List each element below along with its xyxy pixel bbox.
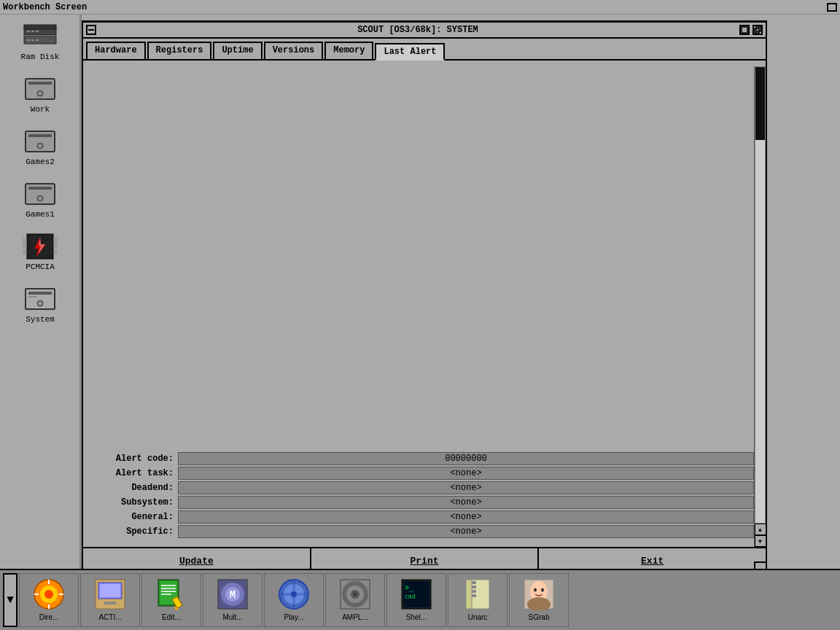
scroll-track[interactable] xyxy=(755,66,766,524)
tab-uptime[interactable]: Uptime xyxy=(213,42,262,59)
edit-icon xyxy=(154,577,189,612)
tabs-bar: Hardware Registers Uptime Versions Memor… xyxy=(83,39,766,61)
system-label: System xyxy=(26,315,55,324)
window-title: SCOUT [OS3/68k]: SYSTEM xyxy=(99,25,736,35)
taskbar-item-mult[interactable]: M Mult... xyxy=(203,573,262,627)
scroll-thumb xyxy=(755,67,765,140)
svg-point-16 xyxy=(39,145,42,147)
svg-point-92 xyxy=(534,588,537,592)
work-label: Work xyxy=(31,105,50,114)
field-row-general: General: <none> xyxy=(83,510,754,524)
games2-icon xyxy=(21,127,59,156)
taskbar-label-mult: Mult... xyxy=(222,613,242,621)
sidebar-icon-work[interactable]: Work xyxy=(21,74,59,114)
mult-icon: M xyxy=(215,577,250,612)
taskbar-item-play[interactable]: Play... xyxy=(264,573,324,627)
play-icon xyxy=(276,577,311,612)
tab-memory[interactable]: Memory xyxy=(324,42,373,59)
sidebar-icon-games2[interactable]: Games2 xyxy=(21,127,59,166)
svg-point-39 xyxy=(39,303,42,305)
taskbar-item-ampl[interactable]: AMPL... xyxy=(325,573,385,627)
scroll-down-button[interactable]: ▼ xyxy=(755,535,766,547)
field-value-deadend: <none> xyxy=(178,481,754,494)
svg-rect-73 xyxy=(281,593,307,596)
pcmcia-icon xyxy=(21,232,59,261)
sidebar-icon-ram-disk[interactable]: Ram Disk xyxy=(21,22,60,61)
svg-rect-14 xyxy=(28,134,52,137)
field-value-subsystem: <none> xyxy=(178,496,754,509)
sidebar-icon-games1[interactable]: Games1 xyxy=(21,179,59,219)
taskbar-label-sgrab: SGrab xyxy=(529,613,550,621)
field-label-alert-task: Alert task: xyxy=(83,468,178,478)
taskbar-item-dire[interactable]: Dire... xyxy=(19,573,79,627)
svg-rect-3 xyxy=(31,31,34,32)
svg-text:M: M xyxy=(230,589,236,601)
system-icon xyxy=(21,284,59,314)
taskbar-item-acti[interactable]: ACTI... xyxy=(80,573,140,627)
games1-label: Games1 xyxy=(26,210,55,219)
field-label-deadend: Deadend: xyxy=(83,483,178,493)
scrollbar[interactable]: ▲ ▼ xyxy=(754,66,766,547)
window-close-button[interactable] xyxy=(86,25,96,35)
taskbar-label-acti: ACTI... xyxy=(98,613,121,621)
taskbar-label-dire: Dire... xyxy=(39,613,59,621)
taskbar-item-shel[interactable]: >_ cmd Shel... xyxy=(386,573,446,627)
inner-content: ▲ ▼ Alert code: 00000000 Alert task: <no… xyxy=(83,66,766,547)
field-row-alert-task: Alert task: <none> xyxy=(83,467,754,480)
svg-point-12 xyxy=(39,93,42,95)
taskbar-toggle-icon: ▼ xyxy=(7,594,14,607)
svg-text:cmd: cmd xyxy=(405,594,416,600)
field-value-general: <none> xyxy=(178,510,754,524)
scroll-up-button[interactable]: ▲ xyxy=(755,524,766,535)
sidebar: Ram Disk Work xyxy=(0,15,80,583)
sidebar-icon-system[interactable]: System xyxy=(21,284,59,324)
svg-rect-37 xyxy=(28,292,52,295)
svg-rect-54 xyxy=(100,584,120,597)
tab-last-alert[interactable]: Last Alert xyxy=(375,43,445,61)
taskbar-toggle[interactable]: ▼ xyxy=(3,573,18,627)
field-value-alert-task: <none> xyxy=(178,467,754,480)
taskbar-label-edit: Edit... xyxy=(162,613,181,621)
taskbar-item-sgrab[interactable]: SGrab xyxy=(509,573,569,627)
svg-point-78 xyxy=(354,593,357,596)
svg-rect-8 xyxy=(24,25,56,29)
tab-registers[interactable]: Registers xyxy=(147,42,212,59)
svg-rect-88 xyxy=(466,580,472,609)
main-window: SCOUT [OS3/68k]: SYSTEM Hardware Registe… xyxy=(82,20,767,575)
svg-rect-5 xyxy=(27,39,30,41)
svg-rect-44 xyxy=(756,27,761,31)
field-row-deadend: Deadend: <none> xyxy=(83,481,754,494)
field-row-alert-code: Alert code: 00000000 xyxy=(83,452,754,465)
svg-rect-4 xyxy=(36,31,39,32)
window-maximize-button[interactable] xyxy=(739,25,750,35)
title-bar-resize[interactable] xyxy=(827,3,837,12)
sidebar-icon-pcmcia[interactable]: PCMCIA xyxy=(21,232,59,271)
taskbar-item-edit[interactable]: Edit... xyxy=(141,573,201,627)
taskbar-item-unarc[interactable]: Unarc xyxy=(448,573,508,627)
tab-hardware[interactable]: Hardware xyxy=(86,42,146,59)
fields-container: Alert code: 00000000 Alert task: <none> … xyxy=(83,452,754,540)
svg-text:>_: >_ xyxy=(405,583,414,592)
title-bar: Workbench Screen xyxy=(0,0,840,15)
shel-icon: >_ cmd xyxy=(399,577,434,612)
field-label-alert-code: Alert code: xyxy=(83,454,178,464)
acti-icon xyxy=(93,577,128,612)
desktop: Ram Disk Work xyxy=(0,15,840,630)
title-bar-label: Workbench Screen xyxy=(3,2,87,12)
window-restore-button[interactable] xyxy=(752,25,763,35)
work-icon xyxy=(21,74,59,104)
svg-rect-41 xyxy=(88,29,94,31)
svg-point-93 xyxy=(541,588,544,592)
pcmcia-label: PCMCIA xyxy=(26,262,55,271)
svg-rect-63 xyxy=(172,596,182,608)
dire-icon xyxy=(31,577,66,612)
ram-disk-icon xyxy=(21,22,59,51)
svg-rect-42 xyxy=(742,27,747,33)
ram-disk-label: Ram Disk xyxy=(21,52,60,61)
tab-versions[interactable]: Versions xyxy=(264,42,324,59)
taskbar: ▼ Dire... xyxy=(0,569,840,630)
unarc-icon xyxy=(460,577,495,612)
field-row-specific: Specific: <none> xyxy=(83,525,754,538)
svg-rect-40 xyxy=(28,296,37,298)
field-row-subsystem: Subsystem: <none> xyxy=(83,496,754,509)
